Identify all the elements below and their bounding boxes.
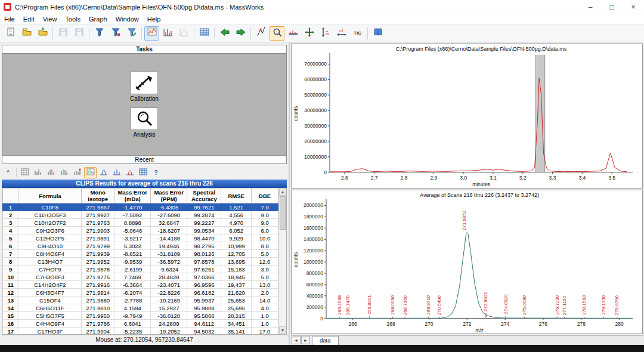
maximize-button[interactable]: □ (601, 0, 623, 14)
menu-tools[interactable]: Tools (61, 14, 85, 24)
tab-data[interactable]: data (312, 336, 339, 345)
scrollbar-track[interactable] (279, 230, 286, 326)
chromatogram-svg[interactable]: C:\Program Files (x86)\Cerno\Data\Sample… (292, 44, 642, 188)
header-mass-error[interactable]: Mass Error(PPM) (151, 189, 187, 203)
table-row[interactable]: 10C7H3O8F3271.97757.746928.482897.036618… (3, 273, 278, 281)
header-mono[interactable]: MonoIsotope (82, 189, 114, 203)
table-row[interactable]: 16C4H4O9F4271.97866.604124.280994.611234… (3, 320, 278, 328)
header-dbe[interactable]: DBE (252, 189, 278, 203)
svg-text:30000000: 30000000 (304, 123, 327, 129)
menu-help[interactable]: Help (143, 14, 165, 24)
table-row[interactable]: 8C13H4O7271.9952-9.9539-36.597297.857813… (3, 258, 278, 265)
tab-prev-icon[interactable]: ◄ (292, 336, 301, 344)
mini-peak-marks-1-button[interactable] (32, 167, 44, 178)
header-spectral[interactable]: SpectralAccuracy (187, 189, 221, 203)
menu-edit[interactable]: Edit (19, 14, 39, 24)
cell: 97.8578 (187, 258, 221, 265)
toolbar-pan-button[interactable] (302, 26, 317, 41)
svg-text:265.7470: 265.7470 (345, 295, 351, 315)
chromatogram-chart[interactable]: C:\Program Files (x86)\Cerno\Data\Sample… (291, 44, 643, 189)
toolbar-baseline-button[interactable] (286, 26, 301, 41)
table-row[interactable]: 13C15OF4271.9880-2.7788-10.216995.993725… (3, 297, 278, 304)
toolbar-forward-arrow-button[interactable] (233, 26, 248, 41)
minimize-button[interactable]: – (580, 0, 601, 14)
table-row[interactable]: 4C9H2O3F6271.9903-5.0646-18.620799.05346… (3, 227, 278, 234)
spectrum-chart[interactable]: Average of Scans 216 thru 226 (3.2437 to… (291, 190, 643, 335)
menu-file[interactable]: File (0, 14, 19, 24)
table-row[interactable]: 15C5H5O7F5271.9950-9.7949-36.012895.5866… (3, 312, 278, 320)
table-row[interactable]: 2C11H3O5F3271.9927-7.5092-27.609099.2874… (3, 211, 278, 219)
cell: -31.8109 (151, 250, 187, 258)
mini-grid-view-button[interactable] (137, 167, 149, 178)
toolbar-new-file-button[interactable] (3, 26, 18, 41)
spectrum-svg[interactable]: Average of Scans 216 thru 226 (3.2437 to… (292, 190, 642, 334)
table-row[interactable]: 9C7HOF9271.9878-2.6199-9.632497.625115,1… (3, 265, 278, 273)
table-row[interactable]: 1C10F8271.9867-1.4770-5.430599.76211,521… (3, 203, 278, 211)
toolbar-peak-pick-button[interactable] (253, 26, 268, 41)
toolbar-save-button (55, 26, 70, 41)
toolbar-table-chart-button[interactable] (197, 26, 212, 41)
cell: 97.6251 (187, 265, 221, 273)
toolbar-filter-3-button[interactable] (124, 26, 139, 41)
mini-collapse-button[interactable]: ^ (2, 167, 14, 178)
menu-graph[interactable]: Graph (85, 14, 112, 24)
toolbar-zoom-button[interactable] (270, 26, 284, 41)
table-row[interactable]: 7C8H4O6F4271.9939-8.6521-31.810998.01261… (3, 250, 278, 258)
analysis-icon[interactable] (131, 107, 158, 130)
cell: C17HO3F (18, 328, 82, 335)
scroll-up-icon[interactable]: ▲ (279, 188, 286, 196)
header-formula[interactable]: Formula (18, 189, 82, 203)
toolbar-filter-2-button[interactable] (108, 26, 123, 41)
mini-help-button[interactable]: ? (150, 167, 162, 178)
cell: -9.9539 (114, 258, 151, 265)
table-row[interactable]: 12C6H3O4F7271.9914-6.2074-22.822696.6182… (3, 289, 278, 297)
calibration-icon[interactable] (131, 72, 158, 94)
document-tab-bar: ◄ ► data (291, 335, 643, 345)
toolbar-x-scale-button[interactable] (334, 26, 349, 41)
mini-peak-marks-3-button[interactable] (58, 167, 70, 178)
header-mass-error[interactable]: Mass Error(mDa) (114, 189, 151, 203)
toolbar-back-arrow-button[interactable] (217, 26, 232, 41)
scroll-down-icon[interactable]: ▼ (279, 326, 286, 334)
mini-peak-marks-2-button[interactable] (45, 167, 57, 178)
table-row[interactable]: 5C12HO2F5271.9891-3.9217-14.418898.44709… (3, 234, 278, 242)
header-rownum (3, 189, 18, 203)
svg-text:279.1730: 279.1730 (601, 295, 606, 315)
mini-peak-marks-4-button[interactable] (71, 167, 83, 178)
peak-marks-3-icon (60, 168, 69, 177)
recent-section-header[interactable]: Recent (2, 155, 286, 163)
table-row[interactable]: 17C17HO3F271.9904-5.2235-19.205294.50323… (3, 328, 278, 335)
row-number: 13 (3, 297, 18, 304)
calibration-task[interactable]: Calibration (130, 72, 159, 102)
mini-clips-results-button[interactable] (84, 167, 97, 178)
svg-text:271.9852: 271.9852 (462, 210, 467, 230)
toolbar-open-file-button[interactable] (19, 26, 34, 41)
close-button[interactable]: × (623, 0, 644, 14)
toolbar-chart-grid-button[interactable] (144, 26, 159, 41)
mini-spectrum-1-button[interactable] (97, 167, 110, 178)
tab-next-icon[interactable]: ► (301, 336, 310, 344)
toolbar-tic-button[interactable]: TIC (350, 26, 365, 41)
toolbar-y-scale-button[interactable] (318, 26, 333, 41)
mini-spectrum-3-button[interactable] (123, 167, 136, 178)
table-row[interactable]: 6C9H4O10271.97995.302219.494698.279510,9… (3, 242, 278, 250)
table-row[interactable]: 14C6H5O11F271.98104.159415.292795.980825… (3, 304, 278, 312)
table-row[interactable]: 3C10H2O7F2271.97638.889832.684799.22274,… (3, 219, 278, 227)
peak-marks-4-icon (73, 168, 82, 177)
toolbar-filter-1-button[interactable] (92, 26, 107, 41)
mini-report-button[interactable] (18, 167, 31, 178)
scrollbar-thumb[interactable] (280, 196, 286, 230)
menu-view[interactable]: View (39, 14, 61, 24)
table-scrollbar[interactable]: ▲ ▼ (278, 188, 286, 334)
cell: 10.0 (252, 234, 278, 242)
toolbar-help-button[interactable] (370, 26, 385, 41)
menu-window[interactable]: Window (112, 14, 143, 24)
header-rmse[interactable]: RMSE (221, 189, 252, 203)
toolbar-import-file-button[interactable] (35, 26, 50, 41)
svg-text:272.9921: 272.9921 (483, 291, 488, 311)
mini-spectrum-2-button[interactable] (110, 167, 123, 178)
table-row[interactable]: 11C14H2O4F2271.9916-6.3664-23.407196.959… (3, 281, 278, 289)
analysis-task[interactable]: Analysis (131, 107, 158, 138)
toolbar-peaks-chart-button[interactable] (160, 26, 175, 41)
cell: C5H5O7F5 (18, 312, 82, 320)
